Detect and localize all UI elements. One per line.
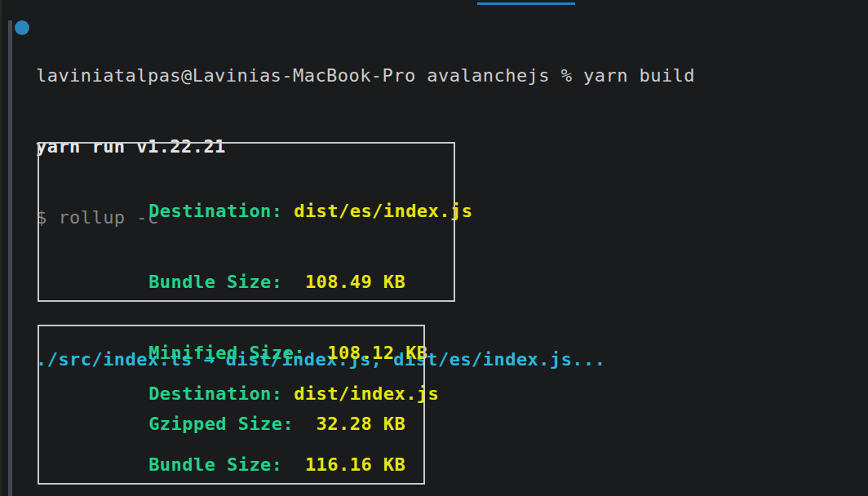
shell-prompt-line: laviniatalpas@Lavinias-MacBook-Pro avala… (36, 64, 695, 87)
window-left-edge (0, 0, 2, 496)
filesize-box-es-bundle: Destination: dist/es/index.js Bundle Siz… (38, 142, 455, 302)
row-label: Bundle Size: (148, 454, 282, 475)
active-tab-indicator[interactable] (477, 2, 575, 5)
filesize-row-destination: Destination: dist/es/index.js (82, 175, 454, 246)
row-label: Bundle Size: (148, 272, 282, 292)
filesize-row-bundle-size: Bundle Size: 116.16 KB (82, 429, 423, 496)
row-value: 108.49 KB (283, 272, 406, 292)
filesize-row-destination: Destination: dist/index.js (82, 358, 423, 429)
row-label: Destination: (148, 201, 282, 221)
row-label: Destination: (148, 383, 282, 404)
filesize-row-bundle-size: Bundle Size: 108.49 KB (82, 246, 454, 317)
row-value: 116.16 KB (283, 454, 406, 475)
terminal-gutter-scrollbar[interactable] (8, 20, 12, 496)
command-decoration-icon[interactable] (15, 20, 29, 35)
filesize-box-main-bundle: Destination: dist/index.js Bundle Size: … (38, 325, 425, 485)
row-value: dist/es/index.js (283, 201, 473, 221)
row-value: dist/index.js (283, 383, 440, 404)
